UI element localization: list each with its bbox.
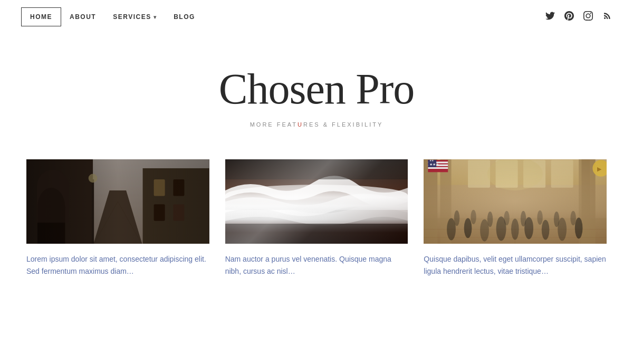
svg-point-43 (558, 218, 567, 241)
social-links (545, 11, 612, 23)
svg-marker-12 (93, 190, 143, 244)
svg-rect-4 (37, 207, 65, 244)
card-2-scene (225, 159, 408, 244)
svg-rect-15 (92, 179, 94, 244)
nav-item-services[interactable]: SERVICES ▾ (104, 8, 165, 26)
svg-point-48 (504, 211, 510, 225)
svg-point-52 (571, 211, 577, 225)
svg-rect-57 (428, 160, 437, 167)
svg-rect-28 (496, 160, 518, 188)
svg-rect-19 (225, 159, 408, 179)
svg-rect-1 (26, 159, 93, 244)
svg-rect-8 (173, 179, 184, 196)
svg-point-36 (447, 218, 456, 241)
svg-rect-26 (579, 159, 590, 244)
svg-rect-0 (26, 159, 209, 244)
svg-rect-29 (523, 160, 545, 188)
instagram-icon[interactable] (583, 11, 593, 23)
svg-point-42 (542, 220, 550, 240)
svg-point-3 (37, 188, 65, 227)
svg-rect-17 (26, 159, 209, 244)
hero-title: Chosen Pro (11, 65, 622, 113)
svg-point-44 (575, 218, 583, 239)
svg-point-45 (454, 210, 460, 226)
svg-point-16 (89, 174, 98, 183)
card-1: Lorem ipsum dolor sit amet, consectetur … (26, 159, 209, 277)
svg-text:▶: ▶ (597, 166, 602, 172)
twitter-icon[interactable] (545, 11, 555, 23)
svg-point-60 (593, 160, 607, 177)
hero-section: Chosen Pro MORE FEATURES & FLEXIBILITY (0, 34, 633, 154)
card-2-image (225, 159, 408, 244)
services-dropdown-arrow: ▾ (154, 14, 157, 20)
card-3-image: ★★★ ★★ ▶ (424, 159, 607, 244)
card-2: Nam auctor a purus vel venenatis. Quisqu… (225, 159, 408, 277)
svg-rect-10 (173, 204, 184, 221)
cards-section: Lorem ipsum dolor sit amet, consectetur … (0, 154, 633, 299)
svg-rect-32 (424, 218, 607, 244)
svg-line-13 (93, 202, 118, 244)
svg-rect-18 (225, 159, 408, 244)
card-2-text[interactable]: Nam auctor a purus vel venenatis. Quisqu… (225, 253, 408, 277)
svg-point-40 (511, 219, 519, 240)
pinterest-icon[interactable] (564, 11, 574, 23)
svg-rect-23 (424, 159, 437, 244)
svg-rect-21 (424, 159, 607, 244)
svg-text:★★: ★★ (429, 159, 434, 162)
card-3-scene: ★★★ ★★ ▶ (424, 159, 607, 244)
svg-point-39 (496, 217, 506, 241)
card-3: ★★★ ★★ ▶ Quisque dapibus, velit eget ull… (424, 159, 607, 277)
svg-point-41 (525, 217, 534, 240)
card-1-image (26, 159, 209, 244)
svg-rect-27 (468, 160, 490, 188)
svg-point-46 (471, 210, 477, 224)
svg-point-51 (554, 212, 560, 227)
svg-rect-55 (428, 165, 448, 166)
svg-point-31 (487, 159, 543, 190)
svg-rect-9 (154, 204, 165, 221)
svg-rect-5 (143, 168, 209, 244)
svg-rect-20 (225, 224, 408, 244)
svg-rect-22 (424, 159, 607, 185)
navigation: HOME ABOUT SERVICES ▾ BLOG (0, 0, 633, 34)
nav-item-about[interactable]: ABOUT (61, 8, 104, 26)
svg-text:★★★: ★★★ (429, 162, 439, 167)
svg-rect-24 (440, 159, 452, 244)
svg-rect-7 (154, 179, 165, 196)
card-1-text[interactable]: Lorem ipsum dolor sit amet, consectetur … (26, 253, 209, 277)
svg-marker-11 (93, 190, 143, 244)
svg-point-49 (521, 211, 526, 226)
svg-line-14 (118, 202, 142, 244)
svg-rect-56 (428, 167, 448, 169)
rss-icon[interactable] (602, 11, 612, 23)
hero-subtitle: MORE FEATURES & FLEXIBILITY (11, 121, 622, 128)
card-1-scene (26, 159, 209, 244)
svg-rect-54 (428, 162, 448, 164)
card-3-text[interactable]: Quisque dapibus, velit eget ullamcorper … (424, 253, 607, 277)
svg-rect-53 (428, 160, 448, 172)
svg-point-47 (487, 212, 493, 227)
svg-rect-25 (582, 159, 596, 244)
svg-rect-2 (26, 159, 93, 244)
nav-item-home[interactable]: HOME (21, 7, 61, 26)
svg-rect-30 (551, 160, 573, 188)
nav-item-blog[interactable]: BLOG (165, 8, 204, 26)
svg-rect-6 (143, 168, 209, 244)
svg-point-38 (480, 219, 489, 242)
svg-point-50 (538, 210, 543, 225)
nav-left: HOME ABOUT SERVICES ▾ BLOG (21, 7, 204, 26)
svg-point-37 (464, 218, 472, 238)
